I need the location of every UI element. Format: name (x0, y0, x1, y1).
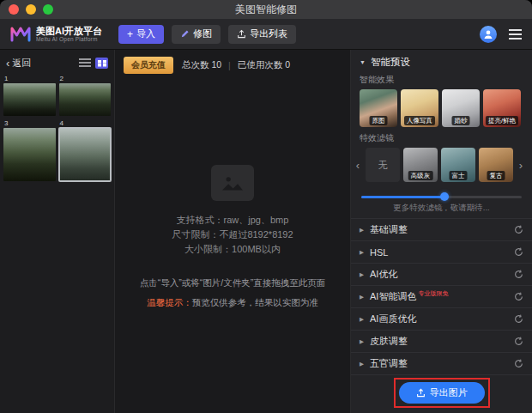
dimension-hint: 尺寸限制：不超过8192*8192 (172, 228, 293, 242)
usage-total: 总次数 10 (182, 59, 221, 71)
filter-premium-gray[interactable]: 高级灰 (403, 148, 438, 182)
reset-icon[interactable] (514, 337, 523, 346)
caret-right-icon: ▶ (360, 294, 364, 301)
filter-label: 复古 (487, 171, 505, 181)
export-image-button[interactable]: 导出图片 (399, 382, 485, 404)
vip-recharge-button[interactable]: 会员充值 (124, 57, 173, 74)
effect-label: 婚纱 (452, 116, 470, 126)
adjust-panel: ▼ 智能预设 智能效果 原图 人像写真 婚纱 提亮/鲜艳 特效滤镜 (350, 50, 532, 413)
section-facial-adjust[interactable]: ▶ 五官调整 (351, 353, 532, 375)
filter-none[interactable]: 无 (366, 148, 400, 182)
retouch-label: 修图 (193, 27, 212, 40)
filters-label: 特效滤镜 (351, 127, 532, 148)
caret-right-icon: ▶ (360, 249, 364, 256)
toolbar: 美图AI开放平台 Meitu AI Open Platform + 导入 修图 … (0, 19, 532, 50)
pro-free-badge: 专业版限免 (418, 289, 448, 298)
brand-text: 美图AI开放平台 Meitu AI Open Platform (36, 26, 102, 42)
reset-icon[interactable] (514, 247, 523, 257)
drag-hint: 点击“导入”或将“图片/文件夹”直接拖拽至此页面 (140, 277, 325, 289)
zoom-button[interactable] (43, 4, 53, 15)
slider-fill (361, 196, 444, 198)
meitu-logo-icon (10, 26, 31, 43)
toolbar-right (480, 26, 522, 43)
preset-title: 智能预设 (371, 56, 410, 69)
section-basic-adjust[interactable]: ▶ 基础调整 (351, 219, 532, 241)
reset-icon[interactable] (514, 270, 523, 279)
section-skin-adjust[interactable]: ▶ 皮肤调整 (351, 331, 532, 353)
usage-bar: 会员充值 总次数 10 | 已使用次数 0 (115, 50, 350, 74)
minimize-button[interactable] (26, 4, 36, 15)
filter-fuji[interactable]: 富士 (441, 148, 475, 182)
filter-strength-slider[interactable] (361, 192, 522, 197)
brand-name: 美图AI开放平台 (36, 26, 102, 36)
caret-right-icon: ▶ (360, 271, 364, 278)
section-hsl[interactable]: ▶ HSL (351, 241, 532, 264)
tip-text: 预览仅供参考，结果以实图为准 (192, 297, 318, 307)
photo-image (3, 83, 56, 116)
section-ai-optimize[interactable]: ▶ AI优化 (351, 264, 532, 286)
section-label: AI智能调色 (370, 290, 416, 303)
import-label: 导入 (136, 27, 155, 40)
filter-retro[interactable]: 复古 (479, 148, 513, 182)
reset-icon[interactable] (514, 225, 523, 234)
filter-label: 富士 (450, 171, 468, 181)
sidebar-header: ‹ 返回 (0, 53, 114, 72)
reset-icon[interactable] (514, 314, 523, 324)
section-ai-quality[interactable]: ▶ AI画质优化 (351, 308, 532, 331)
view-toggle (79, 58, 108, 69)
retouch-button[interactable]: 修图 (172, 25, 221, 44)
effect-brighten[interactable]: 提亮/鲜艳 (483, 89, 521, 127)
import-button[interactable]: + 导入 (118, 25, 164, 44)
retouch-pencil-icon (180, 29, 190, 39)
effect-portrait[interactable]: 人像写真 (401, 89, 438, 127)
list-view-icon[interactable] (79, 58, 91, 67)
section-label: 基础调整 (370, 223, 408, 236)
export-list-button[interactable]: 导出列表 (228, 25, 296, 44)
filesize-hint: 大小限制：100MB以内 (184, 242, 281, 257)
picture-glyph (220, 173, 245, 193)
tip-label: 温馨提示： (147, 297, 192, 307)
section-label: HSL (370, 247, 388, 258)
back-button[interactable]: ‹ 返回 (6, 57, 31, 70)
effect-wedding[interactable]: 婚纱 (442, 89, 480, 127)
scroll-left-icon[interactable]: ‹ (354, 160, 362, 171)
dropzone[interactable]: 支持格式：raw、jpg、bmp 尺寸限制：不超过8192*8192 大小限制：… (172, 165, 293, 257)
section-ai-smart-color[interactable]: ▶ AI智能调色 专业版限免 (351, 286, 532, 308)
format-hint: 支持格式：raw、jpg、bmp (177, 213, 289, 228)
photo-thumbnail-1[interactable]: 1 (3, 74, 56, 116)
grid-view-icon[interactable] (95, 58, 108, 69)
export-area: 导出图片 (351, 375, 532, 413)
scroll-right-icon[interactable]: › (517, 160, 525, 171)
back-chevron-icon: ‹ (6, 58, 9, 69)
user-avatar[interactable] (480, 26, 497, 43)
plus-icon: + (127, 29, 133, 39)
caret-right-icon: ▶ (360, 361, 364, 367)
workspace: 会员充值 总次数 10 | 已使用次数 0 支持格式：raw、jpg、bmp 尺… (115, 50, 350, 413)
photo-thumbnail-2[interactable]: 2 (59, 74, 112, 116)
image-placeholder-icon (211, 165, 254, 201)
export-image-icon (416, 388, 426, 398)
photo-image (59, 83, 112, 116)
photo-image (59, 128, 112, 181)
menu-button[interactable] (509, 29, 522, 39)
usage-text: 总次数 10 | 已使用次数 0 (182, 59, 290, 71)
photo-index: 4 (59, 118, 112, 128)
section-label: 皮肤调整 (370, 335, 408, 348)
brand: 美图AI开放平台 Meitu AI Open Platform (10, 26, 102, 43)
close-button[interactable] (9, 4, 19, 15)
effect-label: 人像写真 (404, 116, 435, 126)
effects-label: 智能效果 (351, 72, 532, 89)
photo-thumbnail-3[interactable]: 3 (3, 118, 56, 181)
effect-original[interactable]: 原图 (360, 89, 397, 127)
caret-down-icon: ▼ (360, 59, 366, 65)
caret-right-icon: ▶ (360, 316, 364, 323)
effects-row: 原图 人像写真 婚纱 提亮/鲜艳 (351, 89, 532, 127)
hamburger-icon (509, 29, 522, 31)
smart-preset-header[interactable]: ▼ 智能预设 (351, 50, 532, 72)
reset-icon[interactable] (514, 292, 523, 301)
photo-thumbnail-4[interactable]: 4 (59, 118, 112, 181)
adjust-sections: ▶ 基础调整 ▶ HSL ▶ AI优化 ▶ AI智能调色 专业版限 (351, 218, 532, 375)
section-label: AI优化 (370, 268, 397, 281)
reset-icon[interactable] (514, 359, 523, 368)
effect-label: 原图 (370, 116, 388, 126)
